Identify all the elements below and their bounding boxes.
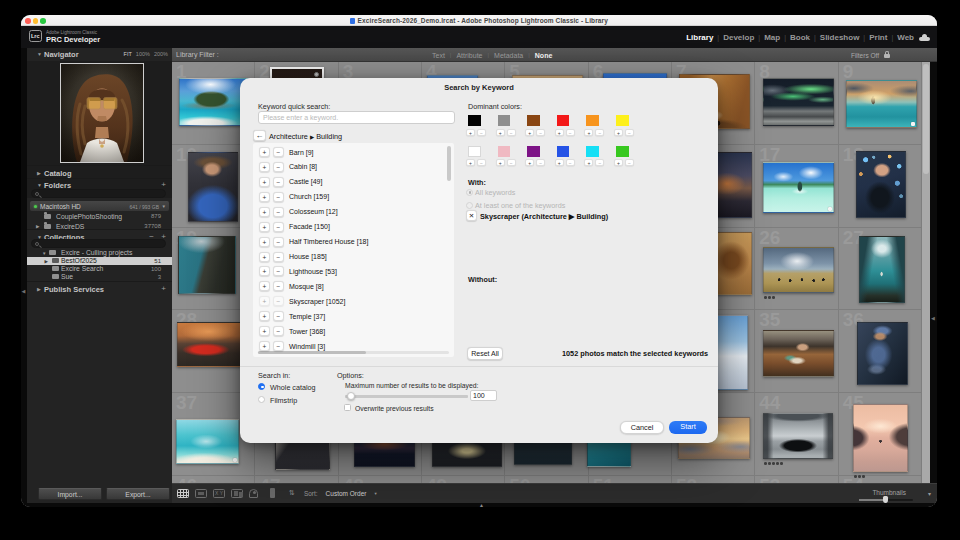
loupe-view-icon[interactable] bbox=[195, 489, 207, 498]
thumbnail-size-slider[interactable] bbox=[859, 499, 913, 501]
exclude-keyword-button[interactable]: − bbox=[273, 177, 284, 187]
photo-thumbnail-beach-sand[interactable] bbox=[176, 419, 239, 464]
exclude-color-green-button[interactable]: − bbox=[625, 159, 634, 166]
at-least-one-radio[interactable] bbox=[466, 202, 473, 209]
compare-view-icon[interactable] bbox=[213, 489, 225, 498]
module-map[interactable]: Map bbox=[764, 33, 780, 42]
exclude-color-black-button[interactable]: − bbox=[477, 129, 486, 136]
collection-row[interactable]: Excire Search100 bbox=[27, 265, 172, 273]
painter-tool-icon[interactable] bbox=[270, 488, 275, 498]
start-button[interactable]: Start bbox=[669, 421, 707, 434]
grid-cell-52[interactable]: 52 bbox=[672, 476, 755, 483]
sort-direction-icon[interactable]: ⇅ bbox=[289, 489, 295, 497]
max-results-slider[interactable] bbox=[345, 395, 468, 398]
add-color-pink-button[interactable]: + bbox=[496, 159, 505, 166]
folder-row[interactable]: CouplePhotoShooting879 bbox=[27, 212, 172, 222]
volume-browser[interactable]: Macintosh HD 641 / 993 GB ▼ bbox=[30, 201, 169, 211]
overwrite-checkbox[interactable] bbox=[344, 404, 351, 411]
add-color-yellow-button[interactable]: + bbox=[614, 129, 623, 136]
add-publish-service-button[interactable]: + bbox=[161, 284, 166, 293]
add-color-orange-button[interactable]: + bbox=[584, 129, 593, 136]
add-color-cyan-button[interactable]: + bbox=[584, 159, 593, 166]
exclude-color-white-button[interactable]: − bbox=[477, 159, 486, 166]
keyword-label[interactable]: Skyscraper [1052] bbox=[289, 298, 345, 305]
grid-cell-48[interactable]: 48 bbox=[339, 476, 422, 483]
toolbar-options-icon[interactable]: ▾ bbox=[928, 490, 931, 497]
photo-thumbnail-zebras[interactable] bbox=[763, 247, 834, 293]
expand-icon[interactable]: ▼ bbox=[42, 251, 46, 256]
filmstrip-radio[interactable] bbox=[258, 396, 265, 403]
grid-cell-51[interactable]: 51 bbox=[589, 476, 672, 483]
add-keyword-button[interactable]: + bbox=[259, 266, 270, 276]
add-keyword-button[interactable]: + bbox=[259, 162, 270, 172]
photo-thumbnail-car-reader[interactable] bbox=[763, 330, 834, 377]
photo-thumbnail-island[interactable] bbox=[179, 78, 249, 126]
photo-thumbnail-hoodie-woman[interactable] bbox=[857, 322, 908, 385]
keyword-label[interactable]: Windmill [3] bbox=[289, 343, 325, 350]
remove-keyword-button[interactable]: ✕ bbox=[466, 210, 477, 221]
exclude-keyword-button[interactable]: − bbox=[273, 162, 284, 172]
right-panel-collapse-strip[interactable]: ◀ bbox=[930, 62, 937, 483]
filter-lock-icon[interactable] bbox=[884, 51, 890, 58]
module-web[interactable]: Web bbox=[897, 33, 914, 42]
filters-off-dropdown[interactable]: Filters Off bbox=[851, 52, 879, 59]
collection-row[interactable]: ▼Excire - Culling projects bbox=[27, 249, 172, 257]
whole-catalog-radio[interactable] bbox=[258, 383, 265, 390]
exclude-keyword-button[interactable]: − bbox=[273, 237, 284, 247]
grid-cell-54[interactable]: 54 bbox=[839, 476, 922, 483]
navigator-preview-photo[interactable] bbox=[60, 63, 144, 163]
add-keyword-button[interactable]: + bbox=[259, 222, 270, 232]
navigator-zoom-fit[interactable]: FIT bbox=[124, 51, 132, 57]
module-library[interactable]: Library bbox=[686, 33, 713, 42]
exclude-keyword-button[interactable]: − bbox=[273, 207, 284, 217]
add-keyword-button[interactable]: + bbox=[259, 281, 270, 291]
navigator-header[interactable]: ▼ Navigator FIT100%200% bbox=[27, 48, 172, 60]
grid-view-icon[interactable] bbox=[177, 489, 189, 498]
add-color-black-button[interactable]: + bbox=[466, 129, 475, 136]
people-view-icon[interactable] bbox=[249, 489, 258, 498]
keyword-label[interactable]: Mosque [8] bbox=[289, 283, 324, 290]
keyword-label[interactable]: Temple [37] bbox=[289, 313, 325, 320]
keyword-label[interactable]: Tower [368] bbox=[289, 328, 325, 335]
exclude-color-cyan-button[interactable]: − bbox=[595, 159, 604, 166]
reset-all-button[interactable]: Reset All bbox=[467, 347, 503, 360]
import-button[interactable]: Import... bbox=[38, 488, 102, 500]
sort-order-dropdown[interactable]: Custom Order bbox=[326, 490, 367, 497]
tree-back-button[interactable]: ← bbox=[253, 130, 266, 141]
exclude-keyword-button[interactable]: − bbox=[273, 296, 284, 306]
add-keyword-button[interactable]: + bbox=[259, 252, 270, 262]
module-book[interactable]: Book bbox=[790, 33, 810, 42]
add-color-brown-button[interactable]: + bbox=[525, 129, 534, 136]
add-keyword-button[interactable]: + bbox=[259, 237, 270, 247]
grid-cell-49[interactable]: 49 bbox=[422, 476, 505, 483]
exclude-keyword-button[interactable]: − bbox=[273, 147, 284, 157]
exclude-keyword-button[interactable]: − bbox=[273, 192, 284, 202]
photo-thumbnail-beach-couple[interactable] bbox=[846, 80, 917, 128]
navigator-zoom-100[interactable]: 100% bbox=[136, 51, 150, 57]
add-color-red-button[interactable]: + bbox=[555, 129, 564, 136]
module-print[interactable]: Print bbox=[869, 33, 887, 42]
module-slideshow[interactable]: Slideshow bbox=[820, 33, 860, 42]
keyword-search-input[interactable]: Please enter a keyword. bbox=[258, 111, 455, 124]
keyword-label[interactable]: Barn [9] bbox=[289, 149, 314, 156]
add-keyword-button[interactable]: + bbox=[259, 177, 270, 187]
exclude-keyword-button[interactable]: − bbox=[273, 252, 284, 262]
photo-thumbnail-red-car[interactable] bbox=[177, 322, 241, 367]
exclude-keyword-button[interactable]: − bbox=[273, 266, 284, 276]
photo-thumbnail-lake-person[interactable] bbox=[859, 236, 905, 303]
max-results-field[interactable]: 100 bbox=[470, 390, 497, 401]
exclude-color-pink-button[interactable]: − bbox=[507, 159, 516, 166]
publish-services-header[interactable]: ▶ Publish Services + bbox=[27, 283, 172, 295]
grid-cell-53[interactable]: 53 bbox=[755, 476, 838, 483]
photo-thumbnail-black-car[interactable] bbox=[763, 413, 833, 459]
collection-row[interactable]: Sue3 bbox=[27, 273, 172, 281]
keyword-label[interactable]: Half Timbered House [18] bbox=[289, 238, 368, 245]
all-keywords-radio[interactable] bbox=[466, 189, 473, 196]
grid-cell-47[interactable]: 47 bbox=[255, 476, 338, 483]
add-keyword-button[interactable]: + bbox=[259, 207, 270, 217]
add-color-white-button[interactable]: + bbox=[466, 159, 475, 166]
filter-tab-metadata[interactable]: Metadata bbox=[494, 52, 523, 59]
filter-tab-none[interactable]: None bbox=[535, 52, 553, 59]
exclude-keyword-button[interactable]: − bbox=[273, 326, 284, 336]
filter-tab-attribute[interactable]: Attribute bbox=[456, 52, 482, 59]
